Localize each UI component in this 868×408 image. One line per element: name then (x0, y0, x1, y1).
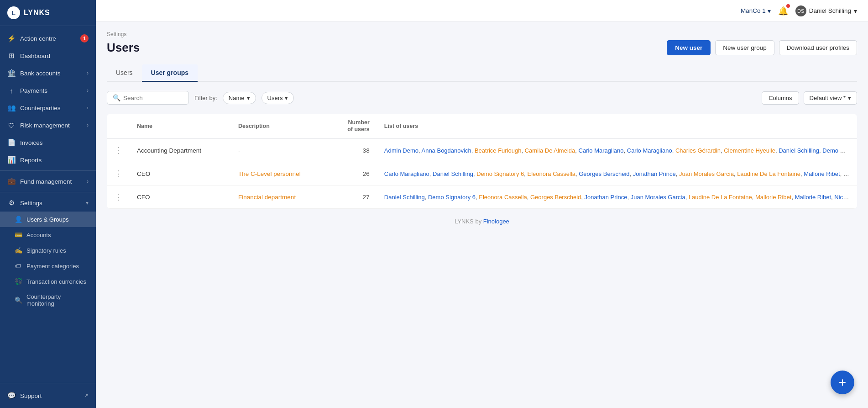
sidebar-item-bank-accounts[interactable]: 🏦 Bank accounts › (0, 64, 96, 82)
chevron-right-icon: › (87, 122, 89, 128)
sidebar-item-support[interactable]: 💬 Support ↗ (0, 387, 96, 404)
view-button[interactable]: Default view * ▾ (804, 91, 857, 105)
user-link[interactable]: Charles Gérardin (675, 147, 721, 154)
sidebar-item-reports[interactable]: 📊 Reports (0, 151, 96, 169)
sub-item-label: Counterparty monitoring (26, 293, 89, 307)
payment-categories-icon: 🏷 (15, 262, 22, 270)
user-link[interactable]: Anna Bogdanovich (421, 147, 471, 154)
sidebar-item-label: Risk management (20, 122, 70, 129)
main-content: ManCo 1 ▾ 🔔 DS Daniel Schilling ▾ Settin… (96, 0, 868, 408)
tab-user-groups[interactable]: User groups (142, 64, 198, 82)
users-groups-icon: 👤 (15, 216, 22, 223)
sidebar-item-label: Dashboard (20, 53, 50, 59)
new-user-button[interactable]: New user (667, 40, 711, 55)
user-link[interactable]: Admin Demo (384, 147, 418, 154)
user-link[interactable]: Jonathan Prince (585, 194, 627, 201)
sub-item-counterparty-monitoring[interactable]: 🔍 Counterparty monitoring (0, 289, 96, 311)
col-name: Name (130, 114, 231, 139)
sub-item-payment-categories[interactable]: 🏷 Payment categories (0, 258, 96, 274)
transaction-currencies-icon: 💱 (15, 278, 22, 285)
sidebar-item-risk-management[interactable]: 🛡 Risk management › (0, 117, 96, 134)
user-name: Daniel Schilling (809, 7, 851, 14)
user-menu[interactable]: DS Daniel Schilling ▾ (795, 5, 857, 16)
user-link[interactable]: Mallorie Ribet (755, 194, 791, 201)
settings-header[interactable]: ⚙ Settings ▾ (0, 194, 96, 212)
page-title: Users (107, 41, 140, 55)
new-user-group-button[interactable]: New user group (715, 40, 774, 55)
filter-name-button[interactable]: Name ▾ (223, 92, 256, 104)
user-link[interactable]: Carlo Maragliano (384, 170, 429, 177)
right-controls: Columns Default view * ▾ (762, 91, 857, 105)
user-link[interactable]: Beatrice Furlough (475, 147, 522, 154)
user-link[interactable]: Jonathan Prince (633, 170, 676, 177)
sidebar-item-invoices[interactable]: 📄 Invoices (0, 134, 96, 151)
columns-button[interactable]: Columns (762, 91, 799, 105)
user-link[interactable]: Demo Signatory 6 (428, 194, 476, 201)
user-link[interactable]: Demo Sign... (822, 147, 857, 154)
cell-description[interactable]: Financial department (231, 185, 329, 209)
sidebar-item-counterparties[interactable]: 👥 Counterparties › (0, 99, 96, 117)
user-link[interactable]: Carlo Maragliano (579, 147, 624, 154)
sub-item-transaction-currencies[interactable]: 💱 Transaction currencies (0, 274, 96, 289)
user-link[interactable]: Eleonora Cassella (527, 170, 575, 177)
sub-item-signatory-rules[interactable]: ✍ Signatory rules (0, 243, 96, 258)
footer-link[interactable]: Finologee (483, 218, 509, 225)
user-link[interactable]: Daniel Schilling (779, 147, 819, 154)
sidebar: L LYNKS ⚡ Action centre 1 ⊞ Dashboard 🏦 … (0, 0, 96, 408)
user-link[interactable]: Georges Berscheid (579, 170, 629, 177)
sidebar-item-payments[interactable]: ↑ Payments › (0, 82, 96, 99)
user-link[interactable]: Georges Berscheid (530, 194, 581, 201)
user-link[interactable]: Mall... (843, 170, 857, 177)
cell-user-list: Admin Demo, Anna Bogdanovich, Beatrice F… (377, 139, 857, 162)
action-centre-icon: ⚡ (7, 34, 16, 42)
sidebar-logo[interactable]: L LYNKS (0, 0, 96, 26)
sidebar-item-action-centre[interactable]: ⚡ Action centre 1 (0, 30, 96, 47)
search-wrap: 🔍 (107, 91, 189, 105)
external-link-icon: ↗ (84, 392, 89, 399)
row-menu-button[interactable]: ⋮ (114, 169, 122, 178)
user-link[interactable]: Eleonora Cassella (479, 194, 527, 201)
chevron-right-icon: › (87, 105, 89, 111)
signatory-rules-icon: ✍ (15, 247, 22, 254)
manco-selector[interactable]: ManCo 1 ▾ (741, 7, 771, 15)
download-user-profiles-button[interactable]: Download user profiles (779, 40, 857, 55)
filter-users-button[interactable]: Users ▾ (261, 92, 294, 104)
user-link[interactable]: Camila De Almeida (525, 147, 575, 154)
sidebar-nav: ⚡ Action centre 1 ⊞ Dashboard 🏦 Bank acc… (0, 26, 96, 383)
sidebar-item-label: Support (20, 392, 42, 399)
breadcrumb: Settings (107, 31, 857, 37)
user-link[interactable]: Mallorie Ribet (804, 170, 840, 177)
user-link[interactable]: Clementine Hyeulle (724, 147, 775, 154)
row-menu-button[interactable]: ⋮ (114, 146, 122, 155)
sub-item-users-groups[interactable]: 👤 Users & Groups (0, 212, 96, 227)
action-centre-badge: 1 (80, 34, 89, 42)
user-link[interactable]: Juan Morales Garcia (679, 170, 734, 177)
cell-description[interactable]: The C-Level personnel (231, 162, 329, 185)
user-link[interactable]: Daniel Schilling (433, 170, 473, 177)
chevron-right-icon: › (87, 178, 89, 185)
user-link[interactable]: Nicolas ... (834, 194, 857, 201)
sub-item-accounts[interactable]: 💳 Accounts (0, 227, 96, 243)
user-link[interactable]: Mallorie Ribet (795, 194, 831, 201)
filters-bar: 🔍 Filter by: Name ▾ Users ▾ Columns Defa… (107, 91, 857, 105)
cell-num-users: 27 (329, 185, 376, 209)
chevron-right-icon: › (87, 87, 89, 94)
search-input[interactable] (123, 95, 183, 101)
user-link[interactable]: Laudine De La Fontaine (737, 170, 800, 177)
row-menu-button[interactable]: ⋮ (114, 192, 122, 201)
user-link[interactable]: Demo Signatory 6 (476, 170, 524, 177)
reports-icon: 📊 (7, 156, 16, 164)
sidebar-item-dashboard[interactable]: ⊞ Dashboard (0, 47, 96, 64)
fab-button[interactable]: + (831, 371, 854, 394)
tab-users[interactable]: Users (107, 64, 142, 82)
sidebar-item-fund-management[interactable]: 💼 Fund management › (0, 173, 96, 190)
user-link[interactable]: Juan Morales Garcia (631, 194, 685, 201)
cell-user-list: Carlo Maragliano, Daniel Schilling, Demo… (377, 162, 857, 185)
filter-by-label: Filter by: (194, 95, 217, 101)
notifications-bell[interactable]: 🔔 (778, 6, 788, 16)
user-link[interactable]: Laudine De La Fontaine (689, 194, 752, 201)
user-link[interactable]: Daniel Schilling (384, 194, 425, 201)
user-link[interactable]: Carlo Maragliano (627, 147, 672, 154)
sidebar-item-label: Counterparties (20, 105, 61, 111)
col-list-of-users: List of users (377, 114, 857, 139)
